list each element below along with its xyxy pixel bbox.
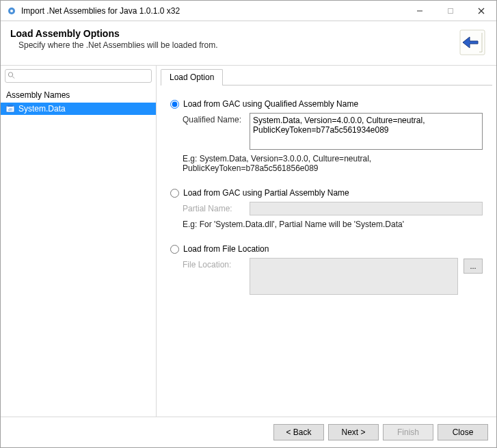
next-button[interactable]: Next > [328, 424, 379, 440]
browse-button[interactable]: ... [464, 259, 483, 274]
minimize-button[interactable] [404, 1, 435, 21]
qualified-name-hint: E.g: System.Data, Version=3.0.0.0, Cultu… [170, 154, 483, 173]
radio-gac-qualified[interactable] [170, 100, 179, 109]
svg-text:dll: dll [8, 107, 12, 111]
partial-name-label: Partial Name: [183, 202, 244, 213]
maximize-button[interactable] [435, 1, 466, 21]
back-button[interactable]: < Back [273, 424, 324, 440]
tab-content: Load from GAC using Qualified Assembly N… [161, 85, 492, 412]
app-icon [6, 5, 17, 16]
finish-button: Finish [383, 424, 433, 440]
tab-load-option[interactable]: Load Option [161, 69, 223, 85]
assembly-icon: dll [5, 103, 16, 114]
assembly-item-system-data[interactable]: dll System.Data [1, 103, 156, 115]
search-wrap [1, 66, 156, 86]
svg-point-1 [10, 10, 13, 12]
tab-strip: Load Option [157, 66, 496, 85]
radio-file-location[interactable] [170, 245, 179, 254]
qualified-name-label: Qualified Name: [183, 113, 244, 124]
titlebar: Import .Net Assemblies for Java 1.0.1.0 … [1, 1, 496, 21]
window-title: Import .Net Assemblies for Java 1.0.1.0 … [21, 6, 404, 16]
option-gac-qualified: Load from GAC using Qualified Assembly N… [170, 99, 483, 173]
dialog-body: Assembly Names dll System.Data Load Opti… [1, 66, 496, 417]
option-gac-partial: Load from GAC using Partial Assembly Nam… [170, 188, 483, 229]
window-controls [404, 1, 496, 21]
qualified-name-input[interactable] [250, 113, 483, 150]
radio-file-location-label[interactable]: Load from File Location [183, 244, 269, 254]
radio-gac-partial-label[interactable]: Load from GAC using Partial Assembly Nam… [183, 188, 349, 198]
assembly-item-label: System.Data [18, 104, 66, 114]
radio-gac-qualified-label[interactable]: Load from GAC using Qualified Assembly N… [183, 99, 358, 109]
back-arrow-icon [458, 28, 487, 57]
dialog-footer: < Back Next > Finish Close [1, 417, 496, 447]
assembly-list-header: Assembly Names [1, 86, 156, 103]
search-input[interactable] [5, 69, 152, 83]
left-panel: Assembly Names dll System.Data [1, 66, 157, 417]
header-banner: Load Assembly Options Specify where the … [1, 21, 496, 66]
option-file-location: Load from File Location File Location: .… [170, 244, 483, 295]
radio-gac-partial[interactable] [170, 189, 179, 198]
svg-rect-3 [448, 8, 453, 13]
close-button[interactable]: Close [438, 424, 488, 440]
partial-name-input [250, 202, 483, 215]
file-location-input [250, 258, 458, 295]
svg-rect-10 [8, 105, 13, 107]
partial-name-hint: E.g: For 'System.Data.dll', Partial Name… [170, 220, 483, 229]
right-panel: Load Option Load from GAC using Qualifie… [157, 66, 496, 417]
close-window-button[interactable] [466, 1, 496, 21]
page-subtitle: Specify where the .Net Assemblies will b… [10, 40, 458, 50]
file-location-label: File Location: [183, 258, 244, 269]
assembly-list[interactable]: dll System.Data [1, 103, 156, 417]
dialog-window: Import .Net Assemblies for Java 1.0.1.0 … [0, 0, 497, 448]
page-title: Load Assembly Options [10, 28, 458, 39]
